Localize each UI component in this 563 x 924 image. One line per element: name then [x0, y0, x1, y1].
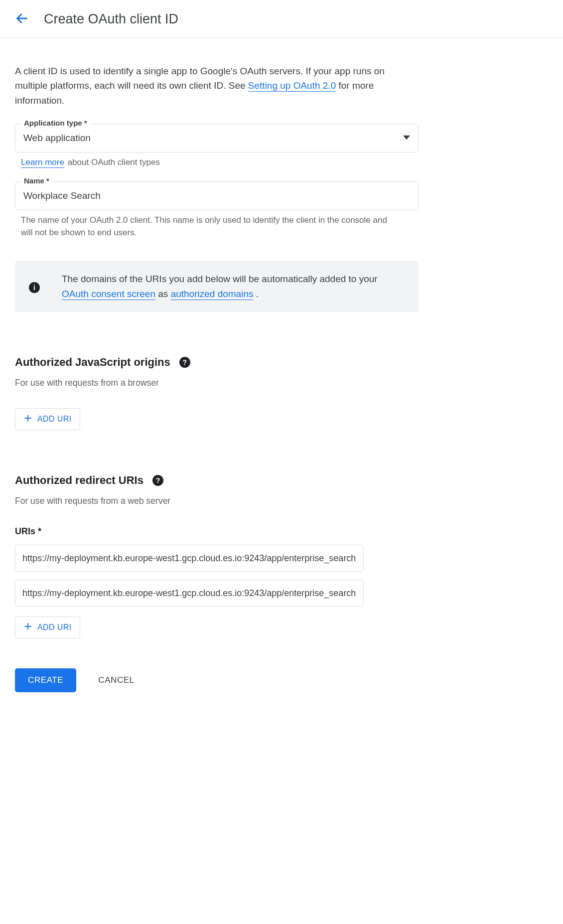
js-origins-sub: For use with requests from a browser	[15, 378, 419, 388]
js-origins-heading: Authorized JavaScript origins	[15, 356, 170, 369]
intro-link-setup-oauth[interactable]: Setting up OAuth 2.0	[248, 80, 336, 92]
cancel-button[interactable]: CANCEL	[94, 668, 139, 692]
intro-paragraph: A client ID is used to identify a single…	[15, 64, 419, 108]
add-redirect-uri-label: ADD URI	[37, 623, 72, 632]
banner-link-consent-screen[interactable]: OAuth consent screen	[62, 289, 155, 300]
page-header: Create OAuth client ID	[0, 0, 563, 38]
application-type-select[interactable]: Web application	[15, 124, 419, 153]
chevron-down-icon	[403, 133, 410, 144]
add-js-origin-button[interactable]: ADD URI	[15, 408, 80, 430]
redirect-uri-input-2[interactable]	[15, 580, 364, 607]
banner-mid: as	[158, 289, 170, 299]
redirect-uri-input-1[interactable]	[15, 545, 364, 572]
js-origins-heading-row: Authorized JavaScript origins ?	[15, 356, 419, 369]
banner-post: .	[256, 289, 259, 299]
redirect-uris-heading-row: Authorized redirect URIs ?	[15, 474, 419, 487]
banner-link-authorized-domains[interactable]: authorized domains	[171, 289, 254, 300]
back-button[interactable]	[12, 9, 32, 29]
name-helper: The name of your OAuth 2.0 client. This …	[21, 214, 400, 239]
info-icon-wrap: i	[29, 272, 40, 301]
help-icon[interactable]: ?	[152, 475, 163, 486]
name-label: Name *	[21, 176, 52, 185]
info-icon: i	[29, 282, 40, 293]
js-origins-section: Authorized JavaScript origins ? For use …	[15, 356, 419, 430]
redirect-uris-heading: Authorized redirect URIs	[15, 474, 143, 487]
footer-actions: CREATE CANCEL	[15, 668, 419, 692]
add-redirect-uri-button[interactable]: ADD URI	[15, 616, 80, 638]
page-title: Create OAuth client ID	[44, 11, 178, 27]
name-field: Name *	[15, 181, 419, 210]
content-area: A client ID is used to identify a single…	[0, 38, 433, 722]
uris-label: URIs *	[15, 526, 419, 537]
redirect-uris-sub: For use with requests from a web server	[15, 496, 419, 506]
learn-more-link[interactable]: Learn more	[21, 157, 64, 168]
create-button[interactable]: CREATE	[15, 668, 76, 692]
info-banner-text: The domains of the URIs you add below wi…	[62, 272, 405, 301]
plus-icon	[23, 622, 32, 633]
add-js-origin-label: ADD URI	[37, 415, 72, 424]
info-banner: i The domains of the URIs you add below …	[15, 261, 419, 312]
application-type-label: Application type *	[21, 119, 90, 127]
application-type-value: Web application	[23, 133, 91, 144]
plus-icon	[23, 414, 32, 425]
name-input[interactable]	[15, 181, 419, 210]
application-type-helper: Learn more about OAuth client types	[21, 156, 419, 168]
learn-more-tail: about OAuth client types	[65, 157, 160, 167]
application-type-field: Application type * Web application	[15, 124, 419, 153]
redirect-uris-section: Authorized redirect URIs ? For use with …	[15, 474, 419, 638]
help-icon[interactable]: ?	[179, 357, 190, 368]
arrow-left-icon	[15, 11, 29, 27]
banner-pre: The domains of the URIs you add below wi…	[62, 274, 378, 284]
